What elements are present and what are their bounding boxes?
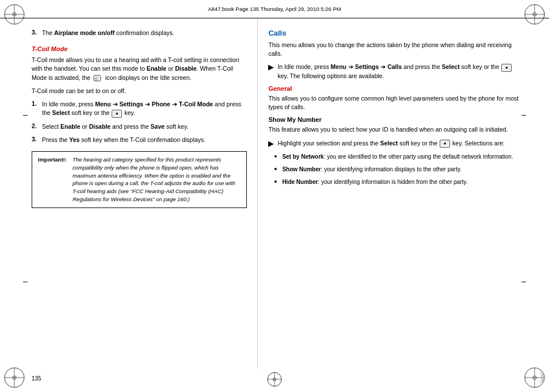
- airplane-confirm-text: confirmation displays.: [115, 29, 174, 36]
- page-header: A847.book Page 135 Thursday, April 29, 2…: [0, 0, 549, 18]
- show-number-text: : your identifying information displays …: [321, 166, 462, 172]
- step-text-airplane: The Airplane mode on/off confirmation di…: [42, 29, 247, 37]
- calls-arrow-bullet: ▶: [268, 62, 277, 73]
- tcoil-step-3: 3. Press the Yes soft key when the T-Coi…: [32, 136, 247, 144]
- select-key-icon-1: ●: [112, 110, 122, 118]
- bullet-dot-3: •: [274, 176, 282, 188]
- show-number-bold: Show Number: [282, 166, 321, 172]
- hide-number-text: : your identifying information is hidden…: [318, 179, 468, 185]
- step-airplane-3: 3. The Airplane mode on/off confirmation…: [32, 29, 247, 37]
- center-bottom-decoration: [266, 371, 283, 387]
- tcoil-steps: 1. In Idle mode, press Menu ➔ Settings ➔…: [32, 100, 247, 144]
- show-my-number-para: This feature allows you to select how yo…: [268, 125, 523, 134]
- step-2-text: Select Enable or Disable and press the S…: [42, 122, 247, 131]
- important-text: The hearing aid category specified for t…: [73, 156, 241, 203]
- airplane-mode-bold: Airplane mode on/off: [54, 29, 115, 36]
- set-by-network-text: : you are identified to the other party …: [324, 153, 513, 160]
- select-key-icon-show: ●: [440, 140, 450, 148]
- svg-text:((: ((: [95, 76, 98, 81]
- tcoil-enable-bold: Enable: [147, 65, 166, 72]
- tcoil-hearing-icon-inline: ((: [92, 74, 105, 81]
- bullet-text-show-number: Show Number: your identifying informatio…: [282, 166, 523, 174]
- bullet-dot-2: •: [274, 164, 282, 175]
- left-column: 3. The Airplane mode on/off confirmation…: [0, 18, 258, 369]
- important-box: Important!: The hearing aid category spe…: [32, 151, 247, 208]
- step-2-num: 2.: [32, 122, 42, 131]
- tcoil-para2: T-Coil mode can be set to on or off.: [32, 87, 247, 95]
- corner-decoration-bl: [3, 367, 25, 389]
- step-1-num: 1.: [32, 100, 42, 117]
- tcoil-para1: T-Coil mode allows you to use a hearing …: [32, 56, 247, 82]
- important-text-end: on page 160.): [154, 196, 189, 202]
- general-heading: General: [268, 85, 523, 92]
- header-text: A847.book Page 135 Thursday, April 29, 2…: [29, 6, 520, 12]
- tcoil-or: or: [166, 65, 175, 72]
- show-my-number-arrow-bullet: ▶: [268, 139, 277, 149]
- bullet-text-hide-number: Hide Number: your identifying informatio…: [282, 178, 523, 186]
- show-my-number-heading: Show My Number: [268, 116, 523, 123]
- bullet-item-show-number: • Show Number: your identifying informat…: [274, 166, 523, 175]
- set-by-network-bold: Set by Network: [282, 153, 323, 160]
- general-para: This allows you to configure some common…: [268, 94, 523, 112]
- step-num-airplane: 3.: [32, 29, 42, 37]
- calls-arrow-text: In Idle mode, press Menu ➔ Settings ➔ Ca…: [277, 63, 523, 80]
- page: A847.book Page 135 Thursday, April 29, 2…: [0, 0, 549, 392]
- right-column: Calls This menu allows you to change the…: [258, 18, 549, 369]
- show-my-number-arrow-text: Highlight your selection and press the S…: [277, 139, 523, 148]
- tcoil-step-1: 1. In Idle mode, press Menu ➔ Settings ➔…: [32, 100, 247, 117]
- tcoil-para1-end2: icon displays on the Idle screen.: [105, 74, 191, 81]
- calls-heading: Calls: [268, 29, 523, 37]
- main-content: 3. The Airplane mode on/off confirmation…: [0, 18, 549, 369]
- select-key-icon-calls: ●: [501, 64, 512, 72]
- tcoil-step-2: 2. Select Enable or Disable and press th…: [32, 122, 247, 131]
- step-1-text: In Idle mode, press Menu ➔ Settings ➔ Ph…: [42, 100, 247, 117]
- show-my-number-arrow-item: ▶ Highlight your selection and press the…: [268, 139, 523, 149]
- bullet-list: • Set by Network: you are identified to …: [274, 153, 523, 187]
- corner-decoration-br: [524, 367, 546, 389]
- tcoil-disable-bold: Disable: [175, 65, 196, 72]
- bullet-dot-1: •: [274, 151, 282, 163]
- calls-para: This menu allows you to change the actio…: [268, 41, 523, 58]
- important-inner: Important!: The hearing aid category spe…: [38, 156, 241, 203]
- page-number: 135: [32, 375, 41, 382]
- calls-arrow-item: ▶ In Idle mode, press Menu ➔ Settings ➔ …: [268, 63, 523, 80]
- important-label: Important!:: [38, 156, 73, 203]
- hide-number-bold: Hide Number: [282, 179, 318, 185]
- bullet-text-set-by-network: Set by Network: you are identified to th…: [282, 153, 523, 161]
- step-3-num: 3.: [32, 136, 42, 144]
- tcoil-mode-heading: T-Coil Mode: [32, 45, 247, 52]
- bullet-item-set-by-network: • Set by Network: you are identified to …: [274, 153, 523, 163]
- bullet-item-hide-number: • Hide Number: your identifying informat…: [274, 178, 523, 188]
- step-3-text: Press the Yes soft key when the T-Coil c…: [42, 136, 247, 144]
